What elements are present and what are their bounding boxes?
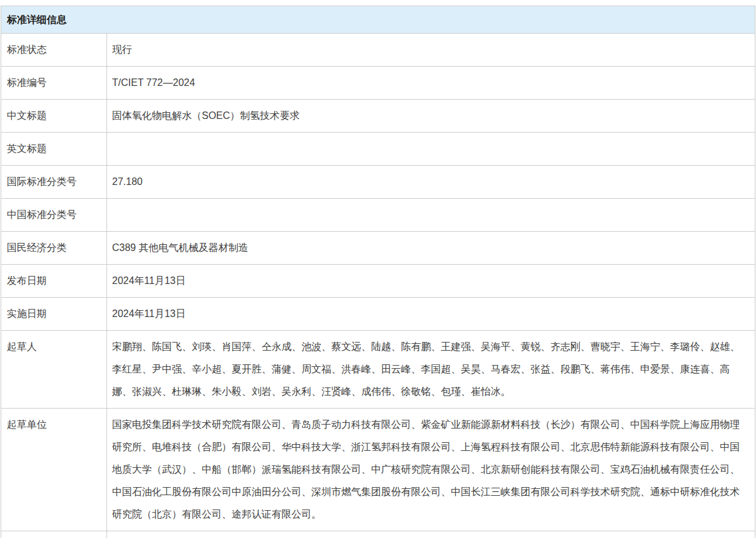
row-value: 宋鹏翔、陈国飞、刘瑛、肖国萍、仝永成、池波、蔡文远、陆越、陈有鹏、王建强、吴海平… <box>107 331 755 408</box>
row-value: 2024年11月13日 <box>107 298 755 330</box>
table-row-drafting-organizations: 起草单位 国家电投集团科学技术研究院有限公司、青岛质子动力科技有限公司、紫金矿业… <box>1 409 755 531</box>
row-value: 固体氧化物电解水（SOEC）制氢技术要求 <box>107 100 755 132</box>
table-row-ics-number: 国际标准分类号 27.180 <box>1 166 755 199</box>
row-value: 现行 <box>107 34 755 66</box>
row-label <box>1 531 107 538</box>
row-value: 国家电投集团科学技术研究院有限公司、青岛质子动力科技有限公司、紫金矿业新能源新材… <box>107 409 755 531</box>
table-header: 标准详细信息 <box>1 6 755 34</box>
row-value: T/CIET 772—2024 <box>107 67 755 99</box>
table-row-publish-date: 发布日期 2024年11月13日 <box>1 265 755 298</box>
row-label: 发布日期 <box>1 265 107 297</box>
row-label: 起草单位 <box>1 409 107 531</box>
row-value: C389 其他电气机械及器材制造 <box>107 232 755 264</box>
row-label: 国民经济分类 <box>1 232 107 264</box>
row-value <box>107 133 755 165</box>
table-row-partial <box>1 531 755 538</box>
row-label: 标准状态 <box>1 34 107 66</box>
table-row-chinese-title: 中文标题 固体氧化物电解水（SOEC）制氢技术要求 <box>1 100 755 133</box>
row-value: 27.180 <box>107 166 755 198</box>
table-row-standard-status: 标准状态 现行 <box>1 34 755 67</box>
row-label: 起草人 <box>1 331 107 408</box>
table-row-standard-number: 标准编号 T/CIET 772—2024 <box>1 67 755 100</box>
row-label: 实施日期 <box>1 298 107 330</box>
row-value <box>107 199 755 231</box>
standard-detail-table: 标准详细信息 标准状态 现行 标准编号 T/CIET 772—2024 中文标题… <box>1 6 755 538</box>
row-label: 中国标准分类号 <box>1 199 107 231</box>
row-value: 2024年11月13日 <box>107 265 755 297</box>
table-row-economic-classification: 国民经济分类 C389 其他电气机械及器材制造 <box>1 232 755 265</box>
table-row-ccs-number: 中国标准分类号 <box>1 199 755 232</box>
row-label: 英文标题 <box>1 133 107 165</box>
table-title: 标准详细信息 <box>7 14 67 25</box>
row-label: 标准编号 <box>1 67 107 99</box>
row-label: 国际标准分类号 <box>1 166 107 198</box>
row-label: 中文标题 <box>1 100 107 132</box>
table-row-english-title: 英文标题 <box>1 133 755 166</box>
row-value <box>107 531 755 538</box>
table-row-implementation-date: 实施日期 2024年11月13日 <box>1 298 755 331</box>
table-row-drafters: 起草人 宋鹏翔、陈国飞、刘瑛、肖国萍、仝永成、池波、蔡文远、陆越、陈有鹏、王建强… <box>1 331 755 409</box>
